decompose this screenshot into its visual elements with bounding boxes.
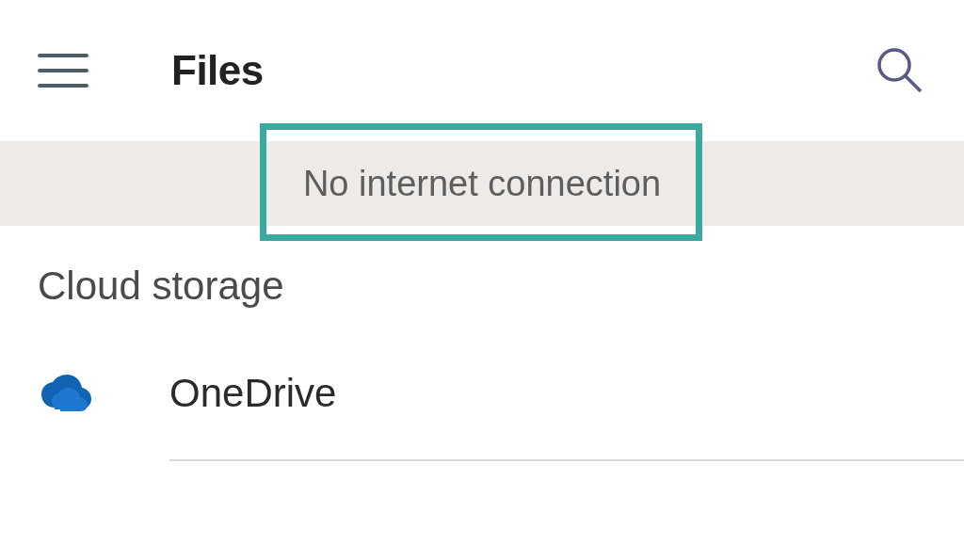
hamburger-line	[38, 84, 88, 88]
storage-label: OneDrive	[169, 371, 336, 416]
section-title: Cloud storage	[38, 264, 926, 309]
menu-button[interactable]	[38, 54, 88, 88]
svg-line-1	[906, 76, 921, 91]
divider	[169, 459, 964, 461]
storage-item-onedrive[interactable]: OneDrive	[0, 328, 964, 459]
search-button[interactable]	[874, 44, 926, 97]
hamburger-line	[38, 54, 88, 57]
section-header: Cloud storage	[0, 226, 964, 328]
hamburger-line	[38, 69, 88, 72]
cloud-icon	[38, 374, 94, 413]
search-icon	[874, 44, 926, 97]
app-header: Files	[0, 0, 964, 141]
svg-point-0	[879, 50, 909, 80]
connection-banner: No internet connection	[0, 141, 964, 226]
page-title: Files	[171, 47, 264, 94]
banner-message: No internet connection	[303, 164, 661, 204]
onedrive-icon	[38, 374, 94, 413]
